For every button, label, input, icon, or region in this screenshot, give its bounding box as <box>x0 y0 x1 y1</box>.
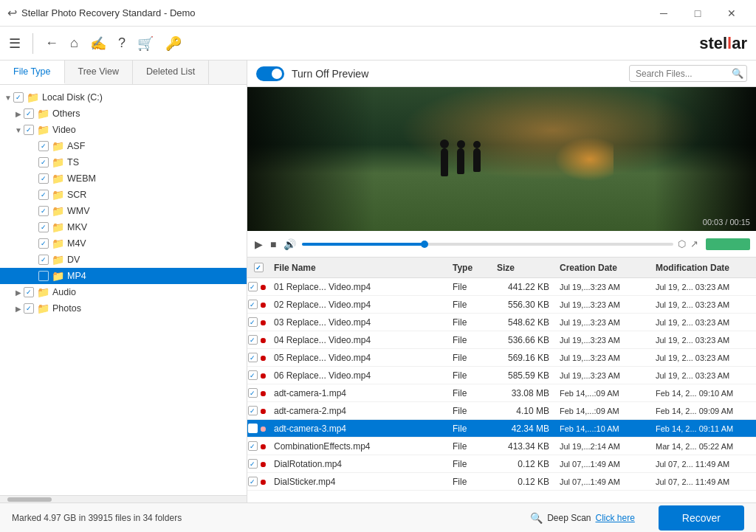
search-box[interactable]: 🔍 <box>629 65 747 82</box>
help-icon[interactable]: ? <box>118 35 126 51</box>
home-icon[interactable]: ⌂ <box>70 35 78 51</box>
folder-icon: 📁 <box>52 238 64 249</box>
row-checkbox[interactable] <box>248 477 258 486</box>
file-row[interactable]: ⏺ 01 Replace... Video.mp4 File 441.22 KB… <box>247 278 756 296</box>
tree-checkbox[interactable]: ✓ <box>38 271 49 281</box>
window-controls: ─ □ ✕ <box>647 0 749 27</box>
file-row[interactable]: ⏺ DialRotation.mp4 File 0.12 KB Jul 07,.… <box>247 455 756 473</box>
file-row[interactable]: ⏺ 02 Replace... Video.mp4 File 556.30 KB… <box>247 296 756 314</box>
tree-checkbox[interactable]: ✓ <box>38 206 49 216</box>
file-icon: ⏺ <box>259 477 267 486</box>
recover-button[interactable]: Recover <box>659 505 744 531</box>
file-row[interactable]: ⏺ DialSticker.mp4 File 0.12 KB Jul 07,..… <box>247 473 756 491</box>
file-list-body[interactable]: ⏺ 01 Replace... Video.mp4 File 441.22 KB… <box>247 278 756 502</box>
file-row[interactable]: ⏺ adt-camera-2.mp4 File 4.10 MB Feb 14,.… <box>247 402 756 420</box>
file-row[interactable]: ⏺ 05 Replace... Video.mp4 File 569.16 KB… <box>247 349 756 367</box>
tree-item-asf[interactable]: ✓ 📁 ASF <box>0 138 247 154</box>
video-dark-right <box>654 87 756 231</box>
file-tree[interactable]: ▼ ✓ 📁 Local Disk (C:) ▶ ✓ 📁 Others ▼ ✓ 📁… <box>0 85 247 495</box>
tree-item-ts[interactable]: ✓ 📁 TS <box>0 154 247 170</box>
tree-checkbox[interactable]: ✓ <box>13 92 24 103</box>
row-checkbox[interactable] <box>248 317 258 327</box>
tree-checkbox[interactable]: ✓ <box>38 157 49 167</box>
tree-checkbox[interactable]: ✓ <box>38 141 49 151</box>
header-checkbox[interactable]: ✓ <box>254 263 264 272</box>
tree-item-m4v[interactable]: ✓ 📁 M4V <box>0 235 247 252</box>
back-nav-icon[interactable]: ← <box>45 35 58 51</box>
row-check-cell: ⏺ <box>247 282 269 291</box>
preview-toggle[interactable] <box>256 66 284 81</box>
tree-item-mkv[interactable]: ✓ 📁 MKV <box>0 219 247 235</box>
file-row[interactable]: ⏺ adt-camera-1.mp4 File 33.08 MB Feb 14,… <box>247 384 756 402</box>
tree-item-webm[interactable]: ✓ 📁 WEBM <box>0 170 247 187</box>
file-row[interactable]: ⏺ 06 Replace... Video.mp4 File 585.59 KB… <box>247 367 756 384</box>
play-button[interactable]: ▶ <box>253 237 264 252</box>
tab-file-type[interactable]: File Type <box>0 61 65 84</box>
key-icon[interactable]: 🔑 <box>165 35 182 52</box>
row-size: 441.22 KB <box>494 282 557 292</box>
tree-checkbox[interactable]: ✓ <box>38 190 49 200</box>
col-check-header: ✓ <box>247 263 269 272</box>
row-checkbox[interactable] <box>248 441 258 451</box>
row-checkbox[interactable] <box>248 353 258 362</box>
row-checkbox[interactable] <box>248 335 258 345</box>
tree-item-wmv[interactable]: ✓ 📁 WMV <box>0 203 247 219</box>
row-modification: Feb 14, 2... 09:11 AM <box>653 424 756 433</box>
cart-icon[interactable]: 🛒 <box>137 35 154 52</box>
edit-icon[interactable]: ✍ <box>90 35 106 52</box>
sidebar-scrollbar[interactable] <box>0 495 247 502</box>
figure3 <box>473 148 481 172</box>
tree-item-mp4[interactable]: ✓ 📁 MP4 <box>0 268 247 284</box>
stop-button[interactable]: ■ <box>269 237 278 252</box>
folder-icon: 📁 <box>52 189 64 201</box>
file-row[interactable]: ⏺ CombinationEffects.mp4 File 413.34 KB … <box>247 438 756 455</box>
tree-checkbox[interactable]: ✓ <box>38 238 49 249</box>
figure2 <box>457 148 464 174</box>
maximize-button[interactable]: □ <box>681 0 715 27</box>
progress-bar[interactable] <box>302 243 673 246</box>
house-light <box>554 137 614 182</box>
tree-item-video[interactable]: ▼ ✓ 📁 Video <box>0 122 247 138</box>
row-checkbox[interactable] <box>248 459 258 469</box>
share-icon[interactable]: ↗ <box>690 238 698 249</box>
tree-item-others[interactable]: ▶ ✓ 📁 Others <box>0 106 247 122</box>
file-row[interactable]: ⏺ adt-camera-3.mp4 File 42.34 MB Feb 14,… <box>247 420 756 438</box>
tree-checkbox[interactable]: ✓ <box>24 303 34 314</box>
folder-icon: 📁 <box>52 205 64 217</box>
tree-item-local-disk[interactable]: ▼ ✓ 📁 Local Disk (C:) <box>0 89 247 106</box>
row-checkbox[interactable] <box>248 388 258 398</box>
tree-item-photos[interactable]: ▶ ✓ 📁 Photos <box>0 300 247 317</box>
search-input[interactable] <box>636 69 732 79</box>
minimize-button[interactable]: ─ <box>647 0 681 27</box>
video-timestamp: 00:03 / 00:15 <box>703 218 750 227</box>
file-row[interactable]: ⏺ 03 Replace... Video.mp4 File 548.62 KB… <box>247 314 756 331</box>
row-filename: 05 Replace... Video.mp4 <box>269 353 450 363</box>
row-checkbox[interactable] <box>248 370 258 380</box>
tree-item-audio[interactable]: ▶ ✓ 📁 Audio <box>0 284 247 300</box>
tree-item-scr[interactable]: ✓ 📁 SCR <box>0 187 247 203</box>
hamburger-icon[interactable]: ☰ <box>9 35 21 52</box>
tree-checkbox[interactable]: ✓ <box>38 173 49 184</box>
row-checkbox[interactable] <box>248 406 258 415</box>
volume-button[interactable]: 🔊 <box>282 237 298 252</box>
row-checkbox[interactable] <box>248 282 258 291</box>
row-type: File <box>450 477 494 487</box>
file-row[interactable]: ⏺ 04 Replace... Video.mp4 File 536.66 KB… <box>247 331 756 349</box>
tree-checkbox[interactable]: ✓ <box>38 255 49 265</box>
folder-icon: 📁 <box>52 140 64 152</box>
tree-checkbox[interactable]: ✓ <box>24 125 34 135</box>
external-icon[interactable]: ⬡ <box>678 238 686 249</box>
tab-deleted-list[interactable]: Deleted List <box>133 61 209 84</box>
back-icon[interactable]: ↩ <box>7 6 17 20</box>
folder-icon: 📁 <box>52 270 64 282</box>
scrollbar-thumb[interactable] <box>7 497 52 502</box>
tab-tree-view[interactable]: Tree View <box>65 61 134 84</box>
tree-checkbox[interactable]: ✓ <box>38 222 49 232</box>
close-button[interactable]: ✕ <box>715 0 749 27</box>
deep-scan-link[interactable]: Click here <box>596 513 635 523</box>
row-checkbox[interactable] <box>248 424 258 433</box>
tree-checkbox[interactable]: ✓ <box>24 287 34 297</box>
row-checkbox[interactable] <box>248 300 258 309</box>
tree-item-dv[interactable]: ✓ 📁 DV <box>0 252 247 268</box>
tree-checkbox[interactable]: ✓ <box>24 108 34 119</box>
